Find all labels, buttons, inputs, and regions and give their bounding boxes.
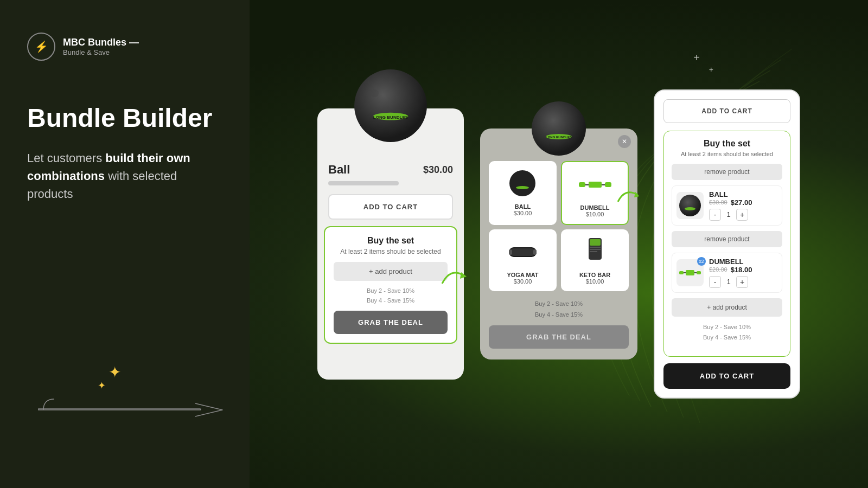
- ball-qty-minus[interactable]: -: [709, 209, 721, 221]
- svg-rect-14: [602, 184, 605, 185]
- bundle-item-dumbell-img: x2: [676, 259, 704, 286]
- grid-item-dumbell-img: [579, 169, 611, 201]
- cards-container: LONG BUNDLES Ball $30.00 ADD TO CART Buy…: [250, 0, 868, 488]
- add-to-cart-btn-1[interactable]: ADD TO CART: [328, 194, 453, 220]
- hero-description: Let customers build their own combinatio…: [27, 149, 222, 203]
- grid-yogamat-label: YOGA MAT: [493, 272, 552, 278]
- svg-rect-23: [590, 247, 601, 248]
- grid-dumbell-label: DUMBELL: [566, 204, 623, 211]
- dumbell-qty-badge: x2: [697, 257, 706, 266]
- green-arrow-icon-1: [439, 265, 467, 286]
- product-grid: BALL $30.00 DUMBELL $10.00: [489, 161, 629, 291]
- bundle-box-1: Buy the set At least 2 items should be s…: [324, 226, 457, 344]
- svg-point-27: [685, 207, 695, 210]
- brand-subtitle: Bundle & Save: [63, 48, 139, 56]
- add-product-btn-detail[interactable]: + add product: [672, 298, 782, 317]
- ball-image-card1: LONG BUNDLES: [350, 65, 431, 146]
- bundle-detail-title: Buy the set: [672, 139, 782, 149]
- grid-ketobar-price: $10.00: [565, 278, 624, 285]
- grab-deal-btn-1[interactable]: GRAB THE DEAL: [334, 311, 448, 334]
- product-title-row: Ball $30.00: [328, 163, 453, 177]
- product-name-1: Ball: [328, 163, 350, 177]
- grid-ball-svg: [508, 169, 538, 198]
- svg-marker-5: [460, 272, 467, 279]
- plus-decoration-1: +: [693, 52, 700, 64]
- logo-icon: ⚡: [35, 40, 48, 53]
- bundle-detail-subtitle: At least 2 items should be selected: [672, 151, 782, 157]
- ball-image-selector: LONG BUNDLES: [526, 96, 591, 161]
- bundle-dumbell-original: $20.00: [709, 266, 727, 273]
- svg-rect-0: [38, 409, 201, 410]
- svg-rect-32: [697, 271, 701, 274]
- bundle-dumbell-name: DUMBELL: [709, 258, 777, 266]
- grid-yogamat-price: $30.00: [493, 278, 552, 285]
- hero-heading: Bundle Builder: [27, 104, 222, 133]
- grid-item-yogamat[interactable]: YOGA MAT $30.00: [489, 229, 557, 291]
- card-selector: LONG BUNDLES ✕ BALL $30.00: [480, 129, 637, 360]
- product-image-area: LONG BUNDLES: [350, 65, 431, 146]
- grid-ketobar-svg: [584, 237, 606, 267]
- plus-decoration-2: +: [709, 65, 713, 74]
- bundle-dumbell-sale: $18.00: [731, 266, 752, 274]
- svg-rect-11: [579, 182, 585, 187]
- bundle-item-ball: BALL $30.00 $27.00 - 1 +: [672, 185, 782, 226]
- bundle-ball-svg: [678, 194, 702, 217]
- bundle-discount-info-1: Buy 2 - Save 10% Buy 4 - Save 15%: [334, 286, 448, 305]
- green-arrow-icon-2: [617, 187, 639, 203]
- price-bar: [328, 181, 399, 185]
- bundle-ball-name: BALL: [709, 190, 777, 198]
- grid-item-ball[interactable]: BALL $30.00: [489, 161, 557, 225]
- svg-point-9: [509, 170, 535, 196]
- card-simple: LONG BUNDLES Ball $30.00 ADD TO CART Buy…: [317, 108, 464, 380]
- svg-rect-15: [605, 182, 611, 187]
- grid-yogamat-svg: [508, 242, 538, 262]
- svg-point-1: [354, 69, 427, 142]
- brand-title: MBC Bundles —: [63, 37, 139, 48]
- add-to-cart-btn-top[interactable]: ADD TO CART: [663, 99, 790, 123]
- bundle-subtitle-1: At least 2 items should be selected: [334, 248, 448, 255]
- grid-ketobar-label: KETO BAR: [565, 272, 624, 278]
- bundle-ball-prices: $30.00 $27.00: [709, 198, 777, 207]
- svg-point-10: [516, 186, 529, 189]
- arrow-decoration: [38, 394, 244, 428]
- bundle-ball-original: $30.00: [709, 199, 727, 206]
- dumbell-qty-minus[interactable]: -: [709, 276, 721, 288]
- grid-ball-price: $30.00: [493, 210, 552, 216]
- ball-qty-plus[interactable]: +: [736, 209, 748, 221]
- svg-rect-13: [589, 182, 602, 188]
- detail-discount-info: Buy 2 - Save 10% Buy 4 - Save 15%: [672, 322, 782, 342]
- dumbell-qty-control: - 1 +: [709, 276, 777, 288]
- bundle-detail-box: Buy the set At least 2 items should be s…: [663, 131, 790, 357]
- svg-rect-29: [684, 272, 686, 273]
- remove-product-btn-2[interactable]: remove product: [672, 231, 782, 247]
- grid-ball-label: BALL: [493, 203, 552, 210]
- grid-item-ketobar-img: [579, 236, 611, 268]
- ball-qty-control: - 1 +: [709, 209, 777, 221]
- svg-text:LONG BUNDLES: LONG BUNDLES: [373, 115, 409, 120]
- ball-svg-selector: LONG BUNDLES: [529, 99, 589, 158]
- add-product-btn-1[interactable]: + add product: [334, 262, 448, 281]
- svg-rect-28: [679, 271, 684, 274]
- bundle-item-ball-info: BALL $30.00 $27.00 - 1 +: [709, 190, 777, 221]
- grid-item-dumbell[interactable]: DUMBELL $10.00: [561, 161, 629, 225]
- bundle-item-dumbell-info: DUMBELL $20.00 $18.00 - 1 +: [709, 258, 777, 288]
- ball-qty-value: 1: [724, 210, 733, 219]
- bundle-title-1: Buy the set: [334, 236, 448, 246]
- bundle-item-ball-img: [676, 192, 704, 219]
- svg-rect-19: [509, 249, 512, 255]
- bundle-item-dumbell: x2 DUMBELL $20.00 $18.00 - 1 +: [672, 253, 782, 293]
- logo-area: ⚡ MBC Bundles — Bundle & Save: [27, 33, 222, 61]
- grid-item-ball-img: [507, 168, 539, 200]
- svg-text:LONG BUNDLES: LONG BUNDLES: [546, 136, 572, 139]
- add-to-cart-btn-bottom[interactable]: ADD TO CART: [663, 363, 790, 389]
- selector-discount-info: Buy 2 - Save 10% Buy 4 - Save 15%: [489, 299, 629, 320]
- dumbell-qty-plus[interactable]: +: [736, 276, 748, 288]
- svg-rect-31: [694, 272, 697, 273]
- remove-product-btn-1[interactable]: remove product: [672, 164, 782, 180]
- left-panel: ⚡ MBC Bundles — Bundle & Save Bundle Bui…: [0, 0, 250, 488]
- grid-item-ketobar[interactable]: KETO BAR $10.00: [561, 229, 629, 291]
- close-btn-selector[interactable]: ✕: [618, 135, 631, 148]
- grab-deal-btn-2[interactable]: GRAB THE DEAL: [489, 325, 629, 349]
- logo-text-area: MBC Bundles — Bundle & Save: [63, 37, 139, 56]
- sparkle-small-icon: ✦: [98, 380, 106, 391]
